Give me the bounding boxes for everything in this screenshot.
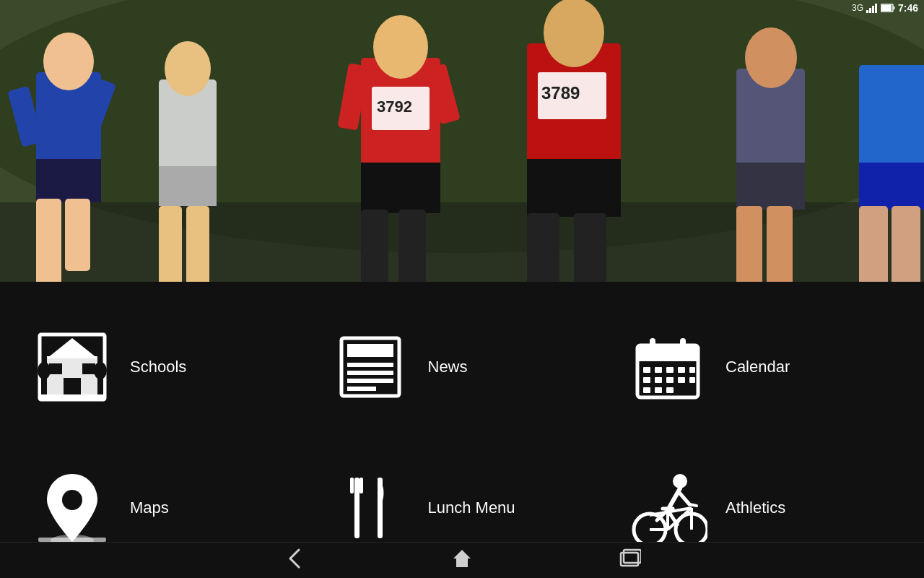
svg-rect-52 — [82, 363, 95, 374]
svg-rect-21 — [186, 206, 209, 282]
svg-point-55 — [38, 362, 51, 379]
calendar-label: Calendar — [725, 358, 790, 376]
time-display: 7:46 — [898, 2, 918, 14]
svg-rect-71 — [678, 367, 685, 373]
battery-icon — [881, 4, 895, 12]
svg-rect-80 — [666, 387, 674, 393]
back-button[interactable] — [283, 547, 306, 574]
svg-text:3789: 3789 — [541, 83, 580, 103]
svg-rect-41 — [736, 206, 762, 282]
svg-rect-73 — [643, 377, 650, 383]
svg-rect-65 — [637, 345, 698, 361]
svg-rect-20 — [159, 206, 182, 282]
svg-rect-50 — [64, 378, 81, 396]
svg-rect-2 — [872, 6, 874, 13]
svg-rect-18 — [159, 166, 217, 206]
svg-rect-1 — [869, 8, 871, 13]
svg-rect-51 — [49, 363, 62, 374]
svg-rect-62 — [347, 379, 393, 383]
svg-point-19 — [165, 41, 211, 96]
map-icon — [32, 468, 112, 548]
svg-rect-69 — [655, 367, 662, 373]
menu-row-1: Schools News — [29, 296, 895, 437]
athletics-icon-container — [624, 465, 711, 551]
network-indicator: 3G — [852, 3, 863, 13]
news-menu-item[interactable]: News — [327, 316, 598, 418]
svg-rect-83 — [38, 538, 106, 542]
svg-rect-28 — [398, 210, 426, 282]
svg-rect-68 — [643, 367, 650, 373]
svg-rect-76 — [678, 377, 685, 383]
svg-rect-53 — [40, 394, 105, 398]
menu-area: Schools News — [0, 282, 924, 578]
maps-label: Maps — [130, 499, 169, 517]
svg-point-12 — [43, 33, 94, 90]
svg-rect-85 — [350, 478, 354, 493]
signal-icon — [866, 3, 878, 13]
svg-rect-0 — [866, 10, 868, 13]
svg-point-57 — [94, 362, 107, 379]
svg-rect-5 — [893, 7, 894, 9]
school-icon — [36, 331, 108, 403]
svg-rect-6 — [881, 5, 892, 11]
svg-rect-11 — [36, 159, 101, 202]
hero-image: 3792 3789 — [0, 0, 924, 282]
home-button[interactable] — [450, 547, 474, 574]
svg-text:3792: 3792 — [377, 98, 412, 116]
svg-point-40 — [745, 27, 797, 88]
svg-line-91 — [680, 493, 689, 504]
svg-rect-79 — [655, 387, 662, 393]
lunch-icon — [334, 472, 406, 544]
svg-rect-16 — [65, 199, 90, 271]
svg-marker-49 — [47, 338, 97, 358]
svg-rect-66 — [650, 338, 655, 354]
schools-icon-container — [29, 324, 116, 410]
svg-rect-27 — [361, 210, 388, 282]
calendar-icon-container — [624, 324, 711, 410]
calendar-menu-item[interactable]: Calendar — [624, 316, 895, 418]
news-label: News — [428, 358, 468, 376]
lunch-menu-label: Lunch Menu — [428, 499, 515, 517]
svg-rect-36 — [527, 213, 559, 282]
svg-rect-46 — [892, 206, 920, 282]
svg-rect-86 — [359, 478, 363, 493]
schools-label: Schools — [130, 358, 186, 376]
svg-rect-44 — [859, 163, 924, 210]
svg-line-101 — [689, 504, 697, 506]
svg-rect-77 — [689, 377, 695, 383]
svg-rect-43 — [859, 65, 924, 173]
maps-icon-container — [29, 465, 116, 551]
recents-button[interactable] — [618, 547, 641, 574]
svg-rect-75 — [666, 377, 674, 383]
svg-rect-23 — [361, 163, 440, 213]
athletics-label: Athletics — [725, 499, 785, 517]
svg-rect-32 — [527, 159, 621, 217]
svg-rect-39 — [736, 163, 805, 210]
svg-rect-45 — [859, 206, 888, 282]
svg-rect-87 — [354, 493, 359, 538]
athletics-icon — [628, 468, 707, 548]
svg-rect-42 — [767, 206, 793, 282]
nav-bar — [0, 542, 924, 578]
lunch-icon-container — [327, 465, 414, 551]
svg-rect-72 — [689, 367, 695, 373]
svg-rect-37 — [574, 213, 606, 282]
calendar-icon — [632, 331, 704, 403]
news-icon — [334, 331, 406, 403]
news-icon-container — [327, 324, 414, 410]
svg-rect-67 — [680, 338, 686, 354]
svg-point-89 — [673, 474, 687, 488]
svg-point-81 — [62, 490, 82, 510]
svg-rect-3 — [875, 4, 877, 13]
svg-rect-60 — [347, 363, 393, 367]
svg-point-33 — [544, 0, 604, 67]
svg-rect-63 — [347, 387, 376, 391]
status-bar: 3G 7:46 — [837, 0, 924, 16]
hero-background: 3792 3789 — [0, 0, 924, 282]
svg-rect-15 — [36, 199, 61, 282]
svg-rect-59 — [347, 344, 393, 357]
schools-menu-item[interactable]: Schools — [29, 316, 300, 418]
svg-rect-78 — [643, 387, 650, 393]
svg-rect-61 — [347, 371, 393, 375]
svg-rect-74 — [655, 377, 662, 383]
